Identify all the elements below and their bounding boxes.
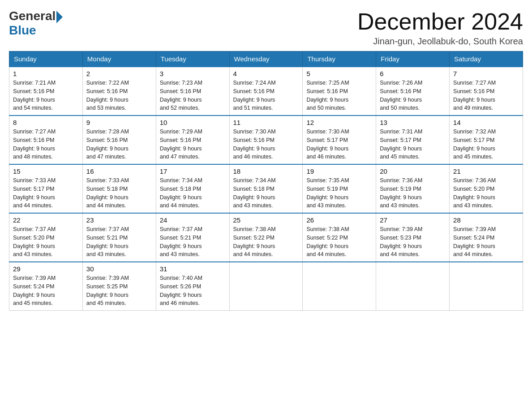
- calendar-week-row: 29Sunrise: 7:39 AM Sunset: 5:24 PM Dayli…: [9, 262, 523, 311]
- day-number: 14: [453, 119, 519, 126]
- day-number: 23: [86, 216, 152, 224]
- day-number: 12: [306, 119, 372, 126]
- day-info: Sunrise: 7:27 AM Sunset: 5:16 PM Dayligh…: [453, 79, 519, 112]
- day-info: Sunrise: 7:25 AM Sunset: 5:16 PM Dayligh…: [306, 79, 372, 112]
- day-number: 16: [86, 167, 152, 175]
- calendar-day-header: Wednesday: [229, 51, 303, 67]
- calendar-day-header: Sunday: [9, 51, 83, 67]
- day-number: 31: [160, 265, 226, 273]
- day-info: Sunrise: 7:36 AM Sunset: 5:19 PM Dayligh…: [380, 176, 446, 210]
- calendar-day-cell: 29Sunrise: 7:39 AM Sunset: 5:24 PM Dayli…: [9, 262, 83, 311]
- day-info: Sunrise: 7:40 AM Sunset: 5:26 PM Dayligh…: [160, 274, 226, 308]
- day-number: 13: [380, 119, 446, 126]
- calendar-week-row: 22Sunrise: 7:37 AM Sunset: 5:20 PM Dayli…: [9, 213, 523, 262]
- day-number: 22: [13, 216, 79, 224]
- day-info: Sunrise: 7:22 AM Sunset: 5:16 PM Dayligh…: [86, 79, 152, 112]
- calendar-day-cell: 14Sunrise: 7:32 AM Sunset: 5:17 PM Dayli…: [450, 116, 523, 164]
- calendar-day-cell: 19Sunrise: 7:35 AM Sunset: 5:19 PM Dayli…: [303, 164, 376, 213]
- logo: General Blue: [9, 9, 63, 38]
- calendar-day-header: Monday: [82, 51, 156, 67]
- calendar-week-row: 1Sunrise: 7:21 AM Sunset: 5:16 PM Daylig…: [9, 67, 523, 116]
- day-info: Sunrise: 7:23 AM Sunset: 5:16 PM Dayligh…: [160, 79, 226, 112]
- calendar-day-cell: 22Sunrise: 7:37 AM Sunset: 5:20 PM Dayli…: [9, 213, 83, 262]
- calendar-day-header: Saturday: [450, 51, 523, 67]
- day-info: Sunrise: 7:39 AM Sunset: 5:24 PM Dayligh…: [453, 225, 519, 259]
- day-number: 19: [306, 167, 372, 175]
- day-info: Sunrise: 7:35 AM Sunset: 5:19 PM Dayligh…: [306, 176, 372, 210]
- logo-general-text: General: [9, 9, 56, 23]
- calendar-day-cell: 24Sunrise: 7:37 AM Sunset: 5:21 PM Dayli…: [156, 213, 229, 262]
- calendar-day-cell: 12Sunrise: 7:30 AM Sunset: 5:17 PM Dayli…: [303, 116, 376, 164]
- day-number: 30: [86, 265, 152, 273]
- day-info: Sunrise: 7:33 AM Sunset: 5:17 PM Dayligh…: [13, 176, 79, 210]
- calendar-day-cell: 7Sunrise: 7:27 AM Sunset: 5:16 PM Daylig…: [450, 67, 523, 116]
- calendar-day-header: Tuesday: [156, 51, 229, 67]
- day-number: 28: [453, 216, 519, 224]
- day-info: Sunrise: 7:21 AM Sunset: 5:16 PM Dayligh…: [13, 79, 79, 112]
- day-info: Sunrise: 7:30 AM Sunset: 5:17 PM Dayligh…: [306, 128, 372, 161]
- calendar-day-cell: 10Sunrise: 7:29 AM Sunset: 5:16 PM Dayli…: [156, 116, 229, 164]
- calendar-day-cell: 4Sunrise: 7:24 AM Sunset: 5:16 PM Daylig…: [229, 67, 303, 116]
- calendar-day-cell: 26Sunrise: 7:38 AM Sunset: 5:22 PM Dayli…: [303, 213, 376, 262]
- day-number: 24: [160, 216, 226, 224]
- day-number: 9: [86, 119, 152, 126]
- day-info: Sunrise: 7:32 AM Sunset: 5:17 PM Dayligh…: [453, 128, 519, 161]
- day-number: 27: [380, 216, 446, 224]
- day-info: Sunrise: 7:37 AM Sunset: 5:21 PM Dayligh…: [86, 225, 152, 259]
- calendar-day-header: Friday: [376, 51, 450, 67]
- day-info: Sunrise: 7:34 AM Sunset: 5:18 PM Dayligh…: [160, 176, 226, 210]
- page-header: General Blue December 2024 Jinan-gun, Je…: [9, 9, 523, 47]
- calendar-week-row: 15Sunrise: 7:33 AM Sunset: 5:17 PM Dayli…: [9, 164, 523, 213]
- day-info: Sunrise: 7:29 AM Sunset: 5:16 PM Dayligh…: [160, 128, 226, 161]
- calendar-day-cell: 8Sunrise: 7:27 AM Sunset: 5:16 PM Daylig…: [9, 116, 83, 164]
- calendar-day-cell: 15Sunrise: 7:33 AM Sunset: 5:17 PM Dayli…: [9, 164, 83, 213]
- logo-blue-text: Blue: [9, 23, 36, 38]
- day-number: 11: [233, 119, 299, 126]
- day-number: 1: [13, 70, 79, 77]
- day-number: 26: [306, 216, 372, 224]
- day-info: Sunrise: 7:37 AM Sunset: 5:21 PM Dayligh…: [160, 225, 226, 259]
- day-number: 15: [13, 167, 79, 175]
- day-info: Sunrise: 7:38 AM Sunset: 5:22 PM Dayligh…: [306, 225, 372, 259]
- day-number: 29: [13, 265, 79, 273]
- title-section: December 2024 Jinan-gun, Jeollabuk-do, S…: [357, 9, 523, 47]
- calendar-header-row: SundayMondayTuesdayWednesdayThursdayFrid…: [9, 51, 523, 67]
- calendar-day-cell: [450, 262, 523, 311]
- day-info: Sunrise: 7:39 AM Sunset: 5:25 PM Dayligh…: [86, 274, 152, 308]
- calendar-day-cell: 21Sunrise: 7:36 AM Sunset: 5:20 PM Dayli…: [450, 164, 523, 213]
- day-number: 21: [453, 167, 519, 175]
- calendar-day-cell: 1Sunrise: 7:21 AM Sunset: 5:16 PM Daylig…: [9, 67, 83, 116]
- calendar-day-cell: 5Sunrise: 7:25 AM Sunset: 5:16 PM Daylig…: [303, 67, 376, 116]
- day-number: 10: [160, 119, 226, 126]
- day-info: Sunrise: 7:24 AM Sunset: 5:16 PM Dayligh…: [233, 79, 299, 112]
- calendar-table: SundayMondayTuesdayWednesdayThursdayFrid…: [9, 51, 523, 311]
- day-number: 5: [306, 70, 372, 77]
- day-info: Sunrise: 7:38 AM Sunset: 5:22 PM Dayligh…: [233, 225, 299, 259]
- day-info: Sunrise: 7:30 AM Sunset: 5:16 PM Dayligh…: [233, 128, 299, 161]
- day-info: Sunrise: 7:39 AM Sunset: 5:24 PM Dayligh…: [13, 274, 79, 308]
- day-number: 25: [233, 216, 299, 224]
- calendar-day-cell: [229, 262, 303, 311]
- calendar-day-cell: 18Sunrise: 7:34 AM Sunset: 5:18 PM Dayli…: [229, 164, 303, 213]
- calendar-day-cell: 16Sunrise: 7:33 AM Sunset: 5:18 PM Dayli…: [82, 164, 156, 213]
- day-info: Sunrise: 7:26 AM Sunset: 5:16 PM Dayligh…: [380, 79, 446, 112]
- calendar-day-cell: 9Sunrise: 7:28 AM Sunset: 5:16 PM Daylig…: [82, 116, 156, 164]
- calendar-day-cell: 17Sunrise: 7:34 AM Sunset: 5:18 PM Dayli…: [156, 164, 229, 213]
- logo-arrow-icon: [56, 11, 63, 23]
- calendar-day-cell: 3Sunrise: 7:23 AM Sunset: 5:16 PM Daylig…: [156, 67, 229, 116]
- calendar-day-cell: 2Sunrise: 7:22 AM Sunset: 5:16 PM Daylig…: [82, 67, 156, 116]
- day-info: Sunrise: 7:27 AM Sunset: 5:16 PM Dayligh…: [13, 128, 79, 161]
- day-number: 17: [160, 167, 226, 175]
- day-number: 2: [86, 70, 152, 77]
- calendar-day-cell: 27Sunrise: 7:39 AM Sunset: 5:23 PM Dayli…: [376, 213, 450, 262]
- month-title: December 2024: [357, 9, 523, 34]
- day-number: 18: [233, 167, 299, 175]
- calendar-week-row: 8Sunrise: 7:27 AM Sunset: 5:16 PM Daylig…: [9, 116, 523, 164]
- day-info: Sunrise: 7:36 AM Sunset: 5:20 PM Dayligh…: [453, 176, 519, 210]
- calendar-day-cell: 6Sunrise: 7:26 AM Sunset: 5:16 PM Daylig…: [376, 67, 450, 116]
- day-number: 6: [380, 70, 446, 77]
- day-number: 20: [380, 167, 446, 175]
- calendar-day-cell: 31Sunrise: 7:40 AM Sunset: 5:26 PM Dayli…: [156, 262, 229, 311]
- day-number: 8: [13, 119, 79, 126]
- calendar-day-cell: [376, 262, 450, 311]
